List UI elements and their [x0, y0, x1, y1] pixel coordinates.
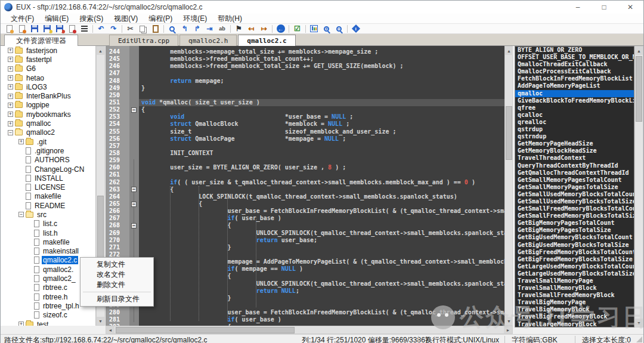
symbol-item-GetSmallMemoryPagesTotalCount[interactable]: GetSmallMemoryPagesTotalCount — [515, 177, 634, 184]
explorer-panel-tab[interactable]: 文件资源管理器 — [4, 35, 78, 46]
code-line[interactable] — [139, 157, 504, 164]
fold-marker-icon[interactable]: − — [131, 107, 137, 113]
tree-item-makefile[interactable]: makefile — [1, 237, 95, 246]
scroll-up-icon[interactable]: ▲ — [505, 47, 513, 55]
scroll-up-icon[interactable]: ▲ — [635, 47, 643, 55]
cut-icon[interactable]: ✂ — [124, 24, 137, 34]
code-line[interactable]: { — [139, 106, 504, 113]
expand-icon[interactable]: + — [8, 57, 13, 62]
symbol-item-qmalloc[interactable]: qmalloc — [515, 90, 634, 97]
scroll-down-icon[interactable]: ▼ — [97, 317, 104, 325]
case-convert-icon[interactable]: ab — [216, 24, 228, 34]
symbol-item-OFFSET_USER_BASE_TO_MEMBLOCK_OR_N[interactable]: OFFSET_USER_BASE_TO_MEMBLOCK_OR_N — [515, 54, 634, 61]
code-line[interactable]: user_base = FetchBlockInFreedMemoryBlock… — [139, 309, 504, 316]
tree-item-logpipe[interactable]: +logpipe — [1, 101, 95, 110]
symbol-item-TravelThreadContext[interactable]: TravelThreadContext — [515, 154, 634, 162]
context-menu-item[interactable]: 删除文件 — [80, 280, 153, 290]
tree-item-README[interactable]: README — [1, 201, 95, 210]
symbol-item-GetBigMemoryPagesTotalCount[interactable]: GetBigMemoryPagesTotalCount — [515, 220, 634, 227]
symbol-item-TravelSmallFreedMemoryBlock[interactable]: TravelSmallFreedMemoryBlock — [515, 292, 634, 299]
goto-line-icon[interactable]: ⇥ — [203, 24, 216, 34]
menu-e[interactable]: 环境(E) — [178, 14, 212, 24]
symbol-item-qstrndup[interactable]: qstrndup — [515, 133, 634, 140]
symbol-item-qfree[interactable]: qfree — [515, 104, 634, 112]
save-as-icon[interactable] — [41, 24, 53, 34]
code-line[interactable]: } — [139, 85, 504, 92]
fold-marker-icon[interactable]: − — [131, 223, 137, 228]
context-menu-item[interactable]: 刷新目录文件 — [80, 294, 153, 304]
tree-item-qmalloc[interactable]: +qmalloc — [1, 119, 95, 128]
code-line[interactable]: { — [139, 222, 504, 229]
expand-icon[interactable]: + — [8, 112, 13, 117]
symbol-item-FetchBlockInFreedMemoryBlockList[interactable]: FetchBlockInFreedMemoryBlockList — [515, 75, 634, 82]
code-line[interactable]: user_base = FetchBlockInFreedMemoryBlock… — [139, 208, 504, 215]
menu-e[interactable]: 编辑(E) — [39, 14, 74, 24]
scroll-down-icon[interactable]: ▼ — [505, 317, 513, 325]
tree-item-fastertpl[interactable]: +fastertpl — [1, 55, 95, 64]
scrollbar-thumb[interactable] — [636, 56, 642, 122]
expand-icon[interactable]: + — [18, 139, 24, 144]
code-line[interactable]: void *user_base = NULL ; — [139, 113, 504, 120]
symbol-item-GetSmallMemoryPagesTotalSize[interactable]: GetSmallMemoryPagesTotalSize — [515, 184, 634, 191]
code-line[interactable]: INIT_CONTEXT — [139, 150, 504, 157]
symbol-item-QmallocProcessExitCallback[interactable]: QmallocProcessExitCallback — [515, 68, 634, 75]
code-area[interactable]: memblocks->mempage_total_size += membloc… — [139, 46, 504, 326]
zoom-out-icon[interactable]: − — [333, 24, 345, 34]
new-file-icon[interactable] — [3, 24, 16, 34]
zoom-in-icon[interactable]: + — [320, 24, 333, 34]
code-line[interactable]: if( user_base ) — [139, 215, 504, 222]
collapse-icon[interactable]: − — [18, 212, 24, 217]
tree-item-list.c[interactable]: list.c — [1, 220, 95, 228]
save-icon[interactable] — [28, 24, 41, 34]
close-file-icon[interactable] — [66, 24, 78, 34]
context-menu-item[interactable]: 改名文件 — [80, 270, 153, 280]
symbol-item-qrealloc[interactable]: qrealloc — [515, 119, 634, 126]
tree-item-sizeof.c[interactable]: sizeof.c — [1, 311, 95, 320]
menu-f[interactable]: 文件(F) — [5, 14, 39, 24]
code-line[interactable]: UNLOCK_SPINLOCK(t_qmalloc_thread_context… — [139, 280, 504, 288]
symbol-item-GetBigUsedMemoryBlocksTotalSize[interactable]: GetBigUsedMemoryBlocksTotalSize — [515, 242, 634, 249]
scroll-left-icon[interactable]: ◄ — [106, 326, 114, 333]
tree-item-fasterjson[interactable]: +fasterjson — [1, 46, 95, 55]
navigate-back-icon[interactable]: ← — [274, 24, 287, 34]
tab-qmalloc2.c[interactable]: qmalloc2.c — [238, 35, 295, 46]
expand-icon[interactable]: + — [18, 322, 24, 326]
symbol-item-TravelSmallMemoryBlock[interactable]: TravelSmallMemoryBlock — [515, 285, 634, 292]
toggle-bookmark-icon[interactable]: ⚑ — [233, 24, 245, 34]
scroll-down-icon[interactable]: ▼ — [635, 319, 643, 327]
fold-marker-icon[interactable]: − — [131, 187, 137, 192]
code-line[interactable]: { — [139, 186, 504, 193]
previous-bookmark-icon[interactable]: ↤ — [245, 24, 258, 34]
symbol-item-AddPageToMemoryPageList[interactable]: AddPageToMemoryPageList — [515, 82, 634, 89]
expand-icon[interactable]: + — [8, 75, 13, 81]
menu-h[interactable]: 帮助(H) — [212, 14, 247, 24]
tab-EditUltra.cpp[interactable]: EditUltra.cpp — [109, 35, 178, 46]
maximize-button[interactable]: □ — [591, 1, 617, 14]
symbol-item-GetLargeUsedMemoryBlocksTotalSize[interactable]: GetLargeUsedMemoryBlocksTotalSize — [515, 270, 634, 277]
code-line[interactable]: memblocks->freed_memblock_total_count++; — [139, 55, 504, 63]
current-code-line[interactable]: void *qmalloc( size_t user_size ) — [139, 99, 504, 106]
symbols-scrollbar[interactable]: ▲ ▼ — [634, 46, 643, 327]
menu-s[interactable]: 搜索(S) — [74, 14, 109, 24]
resize-grip[interactable] — [636, 336, 642, 342]
tree-item-makefile[interactable]: makefile — [1, 192, 95, 201]
code-line[interactable] — [139, 143, 504, 150]
tree-item-test[interactable]: +test — [1, 320, 95, 326]
symbol-item-TravelBigMemoryPage[interactable]: TravelBigMemoryPage — [515, 299, 634, 306]
code-line[interactable]: return user_base; — [139, 237, 504, 244]
expand-icon[interactable]: + — [8, 103, 13, 108]
code-line[interactable]: user_size = BYTE_ALIGN_OR_ZERO( user_siz… — [139, 164, 504, 171]
collapse-icon[interactable]: − — [8, 130, 13, 135]
code-line[interactable]: mempage = AddPageToMemoryPageList( & (t_… — [139, 258, 504, 265]
code-line[interactable]: } — [139, 295, 504, 302]
symbol-item-GetBigUsedMemoryBlocksTotalCount[interactable]: GetBigUsedMemoryBlocksTotalCount — [515, 234, 634, 241]
hex-view-icon[interactable] — [78, 24, 91, 34]
save-all-icon[interactable] — [53, 24, 66, 34]
code-line[interactable]: } — [139, 244, 504, 251]
about-icon[interactable]: i — [349, 24, 362, 34]
symbol-item-GetLargeUsedMemoryBlocksTotalCoun[interactable]: GetLargeUsedMemoryBlocksTotalCoun — [515, 263, 634, 270]
tree-item-INSTALL[interactable]: INSTALL — [1, 174, 95, 183]
symbol-item-qcalloc[interactable]: qcalloc — [515, 112, 634, 119]
find-next-icon[interactable]: ↱ — [191, 24, 203, 34]
symbol-item-GetMemoryBlockHeadSize[interactable]: GetMemoryBlockHeadSize — [515, 147, 634, 154]
